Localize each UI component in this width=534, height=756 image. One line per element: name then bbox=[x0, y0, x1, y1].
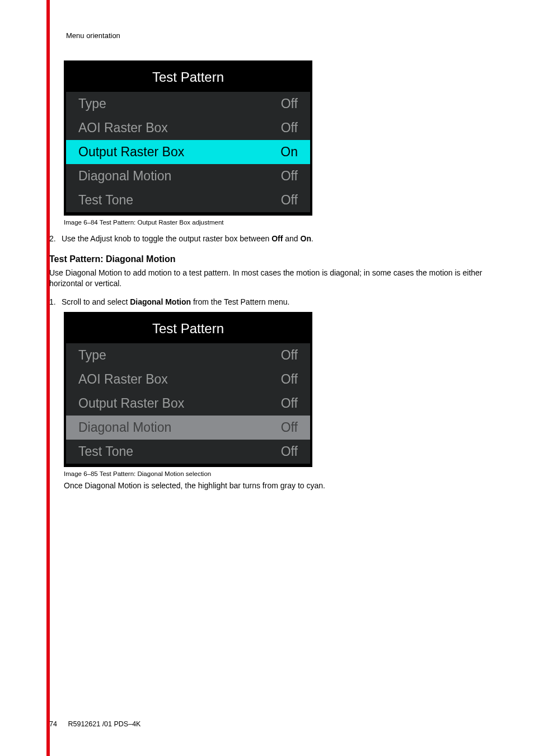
menu-row-aoi-raster[interactable]: AOI Raster Box Off bbox=[66, 116, 310, 140]
doc-id: R5912621 /01 PDS–4K bbox=[68, 720, 140, 728]
page-footer: 74 R5912621 /01 PDS–4K bbox=[49, 720, 140, 728]
page: Menu orientation Test Pattern Type Off A… bbox=[0, 0, 534, 756]
menu-row-value: Off bbox=[281, 420, 298, 435]
step-2: 2. Use the Adjust knob to toggle the out… bbox=[49, 234, 491, 244]
menu-row-type[interactable]: Type Off bbox=[66, 343, 310, 367]
menu-row-label: Type bbox=[78, 348, 106, 363]
menu-row-label: Test Tone bbox=[78, 193, 133, 208]
image-caption-2: Image 6–85 Test Pattern: Diagonal Motion… bbox=[64, 470, 491, 477]
page-number: 74 bbox=[49, 720, 66, 728]
panel-title: Test Pattern bbox=[66, 64, 310, 92]
content-area: Test Pattern Type Off AOI Raster Box Off… bbox=[49, 56, 491, 491]
menu-row-label: Test Tone bbox=[78, 444, 133, 459]
section-heading: Test Pattern: Diagonal Motion bbox=[49, 254, 491, 264]
text: from the Test Pattern menu. bbox=[191, 297, 289, 306]
menu-row-label: Output Raster Box bbox=[78, 144, 184, 160]
step-1: 1. Scroll to and select Diagonal Motion … bbox=[49, 297, 491, 307]
panel-title: Test Pattern bbox=[66, 315, 310, 343]
menu-row-diagonal-motion[interactable]: Diagonal Motion Off bbox=[66, 164, 310, 188]
paragraph: Use Diagonal Motion to add motion to a t… bbox=[49, 268, 491, 289]
menu-row-type[interactable]: Type Off bbox=[66, 92, 310, 116]
menu-row-label: Type bbox=[78, 96, 106, 111]
menu-row-label: AOI Raster Box bbox=[78, 372, 168, 387]
image-caption-1: Image 6–84 Test Pattern: Output Raster B… bbox=[64, 219, 491, 226]
menu-row-value: Off bbox=[281, 444, 298, 459]
menu-row-value: Off bbox=[281, 96, 298, 111]
step-number: 2. bbox=[49, 234, 62, 244]
text: . bbox=[311, 234, 313, 243]
text-bold: Off bbox=[271, 234, 283, 243]
menu-row-aoi-raster[interactable]: AOI Raster Box Off bbox=[66, 367, 310, 391]
text-bold: On bbox=[301, 234, 311, 243]
menu-row-value: Off bbox=[281, 348, 298, 363]
menu-row-output-raster-selected[interactable]: Output Raster Box On bbox=[66, 140, 310, 164]
paragraph: Once Diagonal Motion is selected, the hi… bbox=[64, 480, 491, 491]
step-text: Use the Adjust knob to toggle the output… bbox=[62, 234, 491, 244]
menu-row-label: AOI Raster Box bbox=[78, 120, 168, 136]
menu-row-label: Diagonal Motion bbox=[78, 169, 171, 184]
menu-row-value: Off bbox=[281, 169, 298, 184]
menu-row-value: Off bbox=[281, 372, 298, 387]
step-text: Scroll to and select Diagonal Motion fro… bbox=[62, 297, 491, 307]
text: Use the Adjust knob to toggle the output… bbox=[62, 234, 271, 243]
menu-row-test-tone[interactable]: Test Tone Off bbox=[66, 440, 310, 464]
text-bold: Diagonal Motion bbox=[130, 297, 191, 306]
step-number: 1. bbox=[49, 297, 62, 307]
menu-row-label: Diagonal Motion bbox=[78, 420, 171, 435]
text: Scroll to and select bbox=[62, 297, 130, 306]
menu-row-value: Off bbox=[281, 193, 298, 208]
menu-row-diagonal-motion-highlighted[interactable]: Diagonal Motion Off bbox=[66, 416, 310, 440]
menu-row-value: On bbox=[280, 144, 298, 160]
menu-row-test-tone[interactable]: Test Tone Off bbox=[66, 188, 310, 212]
text: and bbox=[283, 234, 300, 243]
menu-row-value: Off bbox=[281, 120, 298, 136]
menu-row-label: Output Raster Box bbox=[78, 396, 184, 411]
menu-row-output-raster[interactable]: Output Raster Box Off bbox=[66, 391, 310, 416]
test-pattern-panel-1: Test Pattern Type Off AOI Raster Box Off… bbox=[64, 60, 312, 216]
running-header: Menu orientation bbox=[66, 31, 120, 40]
test-pattern-panel-2: Test Pattern Type Off AOI Raster Box Off… bbox=[64, 312, 312, 467]
menu-row-value: Off bbox=[281, 396, 298, 411]
